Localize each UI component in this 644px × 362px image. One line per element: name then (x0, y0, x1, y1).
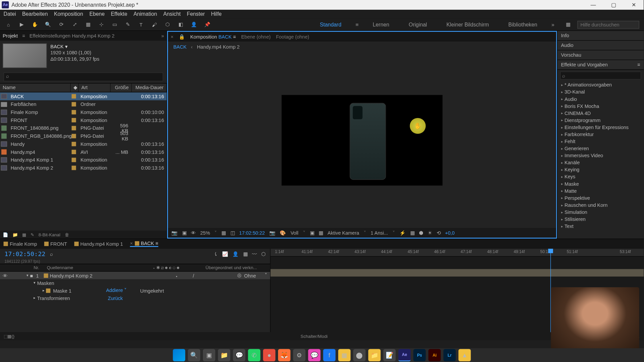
timeline-tab[interactable]: Finale Komp (4, 241, 37, 247)
menu-komposition[interactable]: Komposition (54, 11, 83, 17)
tl-toggle-icon[interactable]: ⬚ (4, 334, 8, 339)
effect-category[interactable]: ▸* Animationsvorgaben (557, 81, 644, 88)
layer-bar[interactable] (271, 269, 644, 277)
panel-lock-icon[interactable]: 🔒 (179, 34, 185, 40)
mask1-row[interactable]: ▸ Maske 1 Addiere ˅ Umgekehrt (0, 287, 270, 294)
masks-row[interactable]: ▾Masken (0, 279, 270, 287)
hand-tool-icon[interactable]: ✋ (31, 20, 39, 28)
eye-icon[interactable]: 👁 (3, 273, 9, 278)
tl-shy-icon[interactable]: 👤 (232, 251, 238, 257)
app-icon-1[interactable]: ⚙ (293, 349, 306, 361)
effect-category[interactable]: ▸Kanäle (557, 159, 644, 166)
notepad-icon[interactable]: 📝 (383, 349, 396, 361)
mask-icon[interactable]: 👁 (191, 230, 196, 236)
folder-taskbar-icon[interactable]: 📁 (368, 349, 381, 361)
panel-preview[interactable]: Vorschau (557, 50, 644, 60)
tl-blur-icon[interactable]: ⬡ (261, 251, 266, 257)
panel-info[interactable]: Info (557, 31, 644, 41)
brush-tool-icon[interactable]: 🖌 (150, 20, 158, 28)
tab-footage[interactable]: Footage (ohne) (276, 34, 309, 39)
timeline-tab[interactable]: Handy.mp4 Komp 1 (74, 241, 123, 247)
effect-category[interactable]: ▸Generieren (557, 145, 644, 152)
clone-tool-icon[interactable]: ⬡ (164, 20, 172, 28)
timeline-ruler[interactable]: 1:14f41:14f42:14f43:14f44:14f45:14f46:14… (271, 249, 644, 257)
roto-tool-icon[interactable]: 👤 (190, 20, 198, 28)
pen-tool-icon[interactable]: ✎ (124, 20, 132, 28)
zoom-tool-icon[interactable]: 🔍 (44, 20, 52, 28)
exposure-icon[interactable]: ☀ (428, 230, 432, 236)
new-comp-icon[interactable]: ▦ (22, 232, 26, 237)
resolution-dropdown[interactable]: Voll (290, 230, 298, 236)
project-item[interactable]: FRONTKomposition0:00:13:16 (0, 116, 167, 124)
effect-category[interactable]: ▸Boris FX Mocha (557, 103, 644, 110)
active-camera[interactable]: Aktive Kamera (328, 230, 359, 236)
effect-category[interactable]: ▸Keys (557, 173, 644, 180)
adjust-icon[interactable]: ✎ (31, 232, 34, 237)
menu-datei[interactable]: Datei (4, 11, 16, 17)
layer-row[interactable]: 👁 ▾ ■ 1 Handy.mp4 Komp 2 ⬩ / ◎ Ohne ˅ (0, 272, 270, 279)
start-button[interactable] (173, 349, 185, 361)
project-item[interactable]: Handy.mp4 Komp 2Komposition0:00:13:16 (0, 164, 167, 172)
panel-close-icon[interactable]: × (171, 34, 173, 39)
app-icon-2[interactable]: ▲ (459, 349, 471, 361)
effect-category[interactable]: ▸Audio (557, 96, 644, 103)
viewer[interactable]: ✋ (168, 52, 556, 228)
whatsapp-icon[interactable]: ✆ (248, 349, 260, 361)
selection-tool-icon[interactable]: ▶ (18, 20, 26, 28)
close-button[interactable]: ✕ (628, 2, 640, 8)
tl-tool-icon[interactable]: ⤹ (214, 251, 218, 257)
effect-category[interactable]: ▸Keying (557, 166, 644, 173)
tl-render-icon[interactable]: ▦ (7, 334, 11, 339)
tl-brace-icon[interactable]: {} (11, 334, 14, 339)
effect-category[interactable]: ▸Matte (557, 187, 644, 194)
workspace-overflow-icon[interactable]: » (551, 21, 554, 27)
transform-row[interactable]: ▸ Transformieren Zurück (0, 294, 270, 302)
grid-icon[interactable]: ▦ (221, 230, 226, 236)
renderer-icon[interactable]: ⬢ (419, 230, 423, 236)
tl-graph-icon[interactable]: 📈 (222, 251, 228, 257)
text-tool-icon[interactable]: T (137, 20, 145, 28)
col-type[interactable]: Art (79, 83, 111, 92)
firefox-icon[interactable]: 🦊 (278, 349, 290, 361)
panel-audio[interactable]: Audio (557, 41, 644, 50)
explorer-icon[interactable]: 📁 (218, 349, 230, 361)
guides-icon[interactable]: ▦ (319, 230, 323, 236)
panel-effects[interactable]: Effekte und Vorgaben≡ (557, 60, 644, 70)
effect-category[interactable]: ▸Farbkorrektur (557, 131, 644, 138)
effect-category[interactable]: ▸3D-Kanal (557, 88, 644, 96)
illustrator-icon[interactable]: Ai (428, 349, 441, 361)
puppet-tool-icon[interactable]: 📌 (203, 20, 211, 28)
region-icon[interactable]: ▣ (310, 230, 314, 236)
effect-category[interactable]: ▸Maske (557, 180, 644, 187)
rotate-tool-icon[interactable]: ⤢ (71, 20, 79, 28)
teams-icon[interactable]: 💬 (233, 349, 246, 361)
exposure-value[interactable]: +0,0 (445, 230, 455, 236)
project-item[interactable]: FRONT_RGB_1840886.pngPNG-Datei503 KB (0, 132, 167, 140)
orbit-tool-icon[interactable]: ⟳ (57, 20, 65, 28)
tl-motion-icon[interactable]: 〰 (252, 251, 257, 257)
effect-category[interactable]: ▸Fehlt (557, 138, 644, 145)
effects-search[interactable]: ⌕ (560, 72, 641, 80)
anchor-tool-icon[interactable]: ⊹ (97, 20, 105, 28)
menu-bearbeiten[interactable]: Bearbeiten (22, 11, 48, 17)
col-size[interactable]: Größe (111, 83, 132, 92)
app-yellow-icon[interactable]: ▦ (338, 349, 351, 361)
col-name[interactable]: Name (0, 83, 71, 92)
project-item[interactable]: HandyKomposition0:00:13:16 (0, 140, 167, 148)
fast-preview-icon[interactable]: ⚡ (399, 230, 406, 236)
breadcrumb-comp[interactable]: Handy.mp4 Komp 2 (197, 44, 239, 50)
col-tag[interactable]: ◆ (71, 83, 79, 92)
facebook-icon[interactable]: f (323, 349, 335, 361)
reset-exposure-icon[interactable]: ⟲ (437, 230, 441, 236)
menu-fenster[interactable]: Fenster (187, 11, 205, 17)
workspace-original[interactable]: Original (409, 21, 427, 27)
menu-animation[interactable]: Animation (133, 11, 157, 17)
minimize-button[interactable]: — (587, 2, 599, 8)
snapshot-icon[interactable]: 📷 (171, 230, 177, 236)
tab-layer[interactable]: Ebene (ohne) (241, 34, 271, 39)
channel-icon[interactable]: ▣ (182, 230, 186, 236)
menu-ebene[interactable]: Ebene (89, 11, 105, 17)
task-view-icon[interactable]: ▣ (203, 349, 215, 361)
project-item[interactable]: BACKKomposition0:00:13:16 (0, 92, 167, 100)
eraser-tool-icon[interactable]: ◧ (177, 20, 185, 28)
